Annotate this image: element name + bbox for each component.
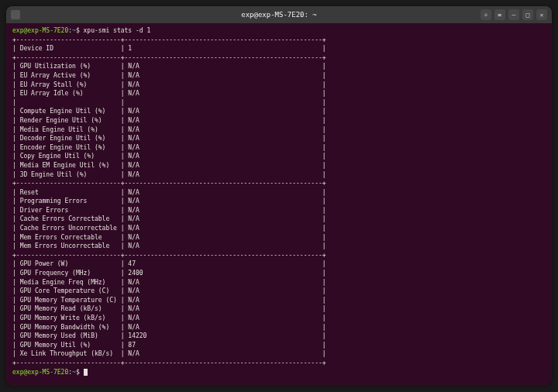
- titlebar-controls: ⌕ ≡ – □ ✕: [480, 9, 547, 20]
- window-title: exp@exp-MS-7E20: ~: [241, 11, 317, 19]
- close-button[interactable]: ✕: [536, 9, 547, 20]
- terminal-output[interactable]: exp@exp-MS-7E20:~$ xpu-smi stats -d 1 +-…: [6, 23, 552, 386]
- menu-button[interactable]: ≡: [494, 9, 505, 20]
- titlebar: exp@exp-MS-7E20: ~ ⌕ ≡ – □ ✕: [6, 6, 552, 23]
- search-button[interactable]: ⌕: [480, 9, 491, 20]
- terminal-window: exp@exp-MS-7E20: ~ ⌕ ≡ – □ ✕ exp@exp-MS-…: [6, 6, 552, 386]
- maximize-button[interactable]: □: [522, 9, 533, 20]
- cursor: [84, 369, 88, 376]
- minimize-button[interactable]: –: [508, 9, 519, 20]
- app-icon: [11, 10, 20, 19]
- titlebar-left: [11, 10, 20, 19]
